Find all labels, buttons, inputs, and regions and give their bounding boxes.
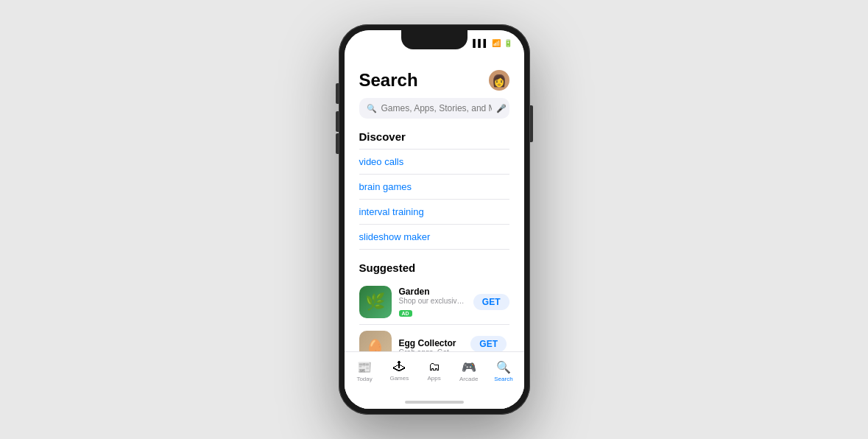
get-btn-wrap-egg-collector: GET In-App Purchases [468, 336, 509, 351]
search-tab-icon: 🔍 [496, 360, 511, 374]
get-button-egg-collector[interactable]: GET [470, 336, 507, 351]
today-icon: 📰 [357, 360, 372, 374]
tab-label-today: Today [356, 376, 372, 382]
search-icon: 🔍 [367, 104, 377, 113]
app-name-egg-collector: Egg Collector [399, 338, 461, 348]
search-bar[interactable]: 🔍 🎤 [359, 98, 509, 119]
tab-label-apps: Apps [427, 375, 440, 382]
page-title-row: Search 👩 [359, 70, 509, 91]
tab-label-arcade: Arcade [459, 376, 478, 382]
page-title: Search [359, 70, 418, 91]
app-desc-garden: Shop our exclusive plants. [399, 297, 466, 305]
app-icon-egg-collector: 🥚 [359, 331, 392, 351]
wifi-icon: 📶 [492, 39, 501, 47]
microphone-icon[interactable]: 🎤 [496, 104, 507, 113]
app-info-garden: Garden Shop our exclusive plants. AD [399, 287, 466, 318]
home-bar [405, 401, 464, 404]
tab-label-games: Games [389, 375, 409, 382]
get-btn-wrap-garden: GET [473, 294, 509, 310]
discover-item-slideshow-maker[interactable]: slideshow maker [359, 225, 509, 250]
search-input[interactable] [381, 103, 492, 113]
apps-icon: 🗂 [428, 360, 440, 373]
suggested-list: 🌿 Garden Shop our exclusive plants. AD G… [359, 280, 509, 351]
status-bar: 9:41 ▌▌▌ 📶 🔋 [345, 30, 524, 63]
suggested-section-title: Suggested [359, 261, 509, 274]
discover-item-interval-training[interactable]: interval training [359, 200, 509, 225]
tab-label-search: Search [494, 376, 512, 382]
phone-screen: 9:41 ▌▌▌ 📶 🔋 Search 👩 🔍 [345, 30, 524, 409]
app-icon-garden: 🌿 [359, 286, 392, 318]
avatar-emoji: 👩 [492, 74, 507, 88]
phone-device: 9:41 ▌▌▌ 📶 🔋 Search 👩 🔍 [339, 24, 530, 415]
tab-apps[interactable]: 🗂 Apps [417, 360, 451, 382]
arcade-icon: 🎮 [462, 360, 476, 374]
status-icons: ▌▌▌ 📶 🔋 [473, 39, 512, 47]
get-button-garden[interactable]: GET [473, 294, 509, 310]
tab-games[interactable]: 🕹 Games [382, 360, 417, 382]
discover-item-video-calls[interactable]: video calls [359, 150, 509, 175]
app-row-egg-collector[interactable]: 🥚 Egg Collector Grab eggs. Get points. G… [359, 325, 509, 351]
discover-section-title: Discover [359, 130, 509, 143]
app-info-egg-collector: Egg Collector Grab eggs. Get points. [399, 338, 461, 352]
tab-search[interactable]: 🔍 Search [486, 360, 521, 382]
app-badge-garden: AD [399, 310, 412, 317]
egg-icon: 🥚 [366, 338, 384, 351]
discover-list: video calls brain games interval trainin… [359, 149, 509, 250]
tab-bar: 📰 Today 🕹 Games 🗂 Apps 🎮 Arcade 🔍 [345, 351, 524, 396]
home-indicator [345, 396, 524, 409]
battery-icon: 🔋 [504, 39, 512, 47]
tab-arcade[interactable]: 🎮 Arcade [451, 360, 486, 382]
avatar[interactable]: 👩 [489, 70, 509, 91]
app-row-garden[interactable]: 🌿 Garden Shop our exclusive plants. AD G… [359, 280, 509, 325]
phone-content: Search 👩 🔍 🎤 Discover video calls brain … [345, 63, 524, 409]
discover-item-brain-games[interactable]: brain games [359, 175, 509, 200]
tab-today[interactable]: 📰 Today [347, 360, 382, 382]
app-name-garden: Garden [399, 287, 466, 297]
notch [401, 30, 467, 49]
scroll-area[interactable]: Search 👩 🔍 🎤 Discover video calls brain … [345, 63, 524, 351]
games-icon: 🕹 [393, 360, 405, 373]
signal-icon: ▌▌▌ [473, 39, 488, 47]
leaf-icon: 🌿 [365, 292, 385, 312]
